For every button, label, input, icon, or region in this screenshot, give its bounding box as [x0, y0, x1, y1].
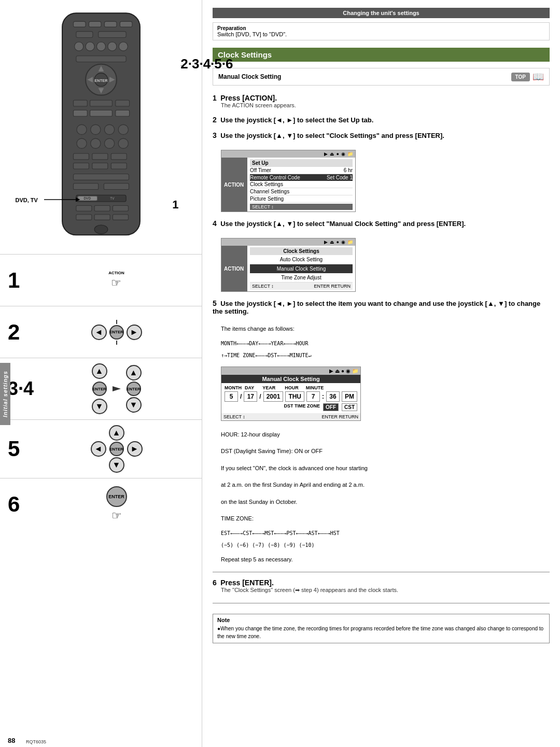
mcs-enter-return: ENTER RETURN — [321, 414, 358, 419]
mcs-col-headers: MONTH DAY YEAR HOUR MINUTE — [225, 385, 357, 390]
svg-rect-1 — [73, 21, 86, 27]
step-6-num: 6 — [8, 492, 39, 517]
mcs-day-hdr: DAY — [245, 385, 254, 390]
step-1-number: 1 — [213, 94, 217, 102]
screen2-topbar: ▶⏏●◉📁 — [221, 238, 355, 246]
up-arrow-3-icon: ▲ — [109, 425, 124, 441]
repeat-note: Repeat step 5 as necessary. — [221, 555, 550, 564]
note-box: Note ●When you change the time zone, the… — [213, 614, 550, 643]
mcs-dst-tz-row: DST TIME ZONE OFF CST — [225, 403, 357, 411]
svg-rect-41 — [73, 184, 98, 190]
screen1-header-row: Set Up — [250, 159, 353, 167]
enter-center-2-icon: ENTER — [92, 382, 107, 396]
hand-enter-icon: ☞ — [111, 509, 122, 523]
svg-rect-36 — [111, 153, 127, 160]
svg-point-7 — [74, 42, 83, 51]
book-icon: 📖 — [533, 71, 544, 82]
svg-text:TV: TV — [110, 196, 115, 200]
tz-row1: EST←——→CST←——→MST←——→PST←——→AST←——→HST — [221, 530, 550, 536]
screen2-row1-label: Manual Clock Setting — [277, 266, 326, 272]
section-header: Changing the unit's settings — [213, 8, 550, 18]
mcs-year-hdr: YEAR — [262, 385, 275, 390]
screen1-row3-label: Channel Settings — [250, 189, 289, 194]
svg-rect-24 — [90, 110, 112, 117]
screen1-action-label: ACTION — [221, 158, 247, 212]
svg-point-32 — [104, 138, 114, 148]
step-4-number: 4 — [213, 219, 217, 228]
left-arrow-2-icon: ◄ — [91, 441, 106, 457]
step-row-5: 5 ◄ ▲ ENTER ▼ ► — [0, 419, 202, 478]
screen2-row-1: Manual Clock Setting — [250, 264, 353, 273]
svg-point-30 — [76, 138, 86, 148]
screen1-row2-label: Clock Settings — [250, 181, 283, 187]
step-3-text: Use the joystick [▲, ▼] to select "Clock… — [220, 132, 444, 139]
prep-text: Switch [DVD, TV] to "DVD". — [217, 31, 545, 37]
screen2-enter-return: ENTER RETURN — [314, 284, 351, 289]
step-3-number: 3 — [213, 131, 217, 139]
svg-rect-34 — [73, 153, 89, 160]
screen1-row-1: Remote Control Code Set Code 1 — [250, 174, 353, 181]
arrow-right-icon — [111, 384, 122, 394]
top-badge: TOP 📖 — [511, 71, 544, 82]
mcs-dst-tz-label: DST TIME ZONE — [284, 403, 320, 411]
mcs-topbar: ▶⏏●◉📁 — [221, 367, 360, 375]
step-3-instruction: 3 Use the joystick [▲, ▼] to select "Clo… — [213, 131, 550, 139]
right-arrow-2-icon: ► — [127, 441, 143, 457]
top-button: TOP — [511, 73, 530, 81]
screen1-content: ACTION Set Up Off Timer 6 hr Remote Cont… — [221, 158, 355, 212]
step-2-icon: ◄ ENTER ► — [39, 320, 194, 345]
mcs-dst-val: OFF — [323, 403, 339, 411]
screen1-mockup: ▶⏏●◉📁 ACTION Set Up Off Timer 6 hr Remot… — [221, 150, 356, 212]
screen2-mockup: ▶⏏●◉📁 ACTION Clock Settings Auto Clock S… — [221, 238, 356, 292]
svg-rect-4 — [120, 21, 132, 27]
svg-rect-21 — [90, 100, 112, 106]
step-5-instruction: 5 Use the joystick [◄, ►] to select the … — [213, 299, 550, 315]
hand-press-icon: ☞ — [111, 276, 121, 290]
screen2-title: Clock Settings — [283, 248, 319, 254]
enter-center-icon: ENTER — [109, 325, 124, 340]
down-arrow-3-icon: ▼ — [109, 457, 124, 473]
step-34-icon: ▲ ENTER ▼ ▲ ENTER ▼ — [39, 363, 194, 414]
clock-settings-header: Clock Settings — [213, 48, 550, 62]
screen1-row1-label: Remote Control Code — [250, 175, 300, 180]
step-2-number: 2 — [213, 116, 217, 124]
manual-clock-row: Manual Clock Setting TOP 📖 — [213, 68, 550, 86]
enter-center-3-icon: ENTER — [127, 382, 141, 396]
svg-rect-38 — [92, 163, 107, 169]
svg-text:ENTER: ENTER — [94, 78, 108, 83]
svg-rect-20 — [73, 100, 87, 106]
svg-point-27 — [90, 124, 100, 134]
svg-rect-39 — [111, 163, 127, 169]
step-label-23456: 2·3·4·5·6 — [180, 56, 233, 72]
step-1-text: Press [ACTION]. — [220, 94, 277, 102]
left-arrow-icon: ◄ — [91, 325, 107, 340]
step-6-number: 6 — [213, 579, 217, 587]
sidebar-label: Initial settings — [0, 363, 10, 425]
divider-before-step6 — [213, 572, 550, 572]
step-row-2: 2 ◄ ENTER ► — [0, 306, 202, 358]
svg-rect-12 — [76, 56, 125, 62]
svg-rect-40 — [73, 174, 129, 180]
mcs-screen: ▶⏏●◉📁 Manual Clock Setting MONTH DAY YEA… — [221, 367, 361, 421]
screen1-row-3: Channel Settings — [250, 188, 353, 195]
mcs-tz-val: CST — [342, 403, 357, 411]
step-5-num: 5 — [8, 436, 39, 461]
dst-detail2: at 2 a.m. on the first Sunday in April a… — [221, 481, 550, 489]
dst-detail3: on the last Sunday in October. — [221, 498, 550, 506]
enter-center-4-icon: ENTER — [109, 442, 124, 456]
screen1-row0-val: 6 hr — [344, 167, 353, 173]
mcs-year-val: 2001 — [263, 391, 284, 402]
step-1-icon: ACTION ☞ — [39, 271, 194, 290]
mcs-sep1: / — [240, 393, 242, 400]
screen2-row0-label: Auto Clock Setting — [280, 257, 323, 262]
step-6-text: Press [ENTER]. — [220, 579, 274, 587]
screen1-row1-val: Set Code 1 — [327, 175, 353, 180]
dst-detail1: If you select "ON", the clock is advance… — [221, 464, 550, 473]
step-sections: 1 ACTION ☞ 2 ◄ ENTER ► — [0, 254, 202, 530]
svg-rect-51 — [94, 215, 110, 220]
screen2-row-2: Time Zone Adjust — [250, 273, 353, 283]
tz-row2: (−5) (−6) (−7) (−8) (−9) (−10) — [221, 542, 550, 548]
step-6-icon: ENTER ☞ — [39, 486, 194, 523]
step-34-num: 3·4 — [8, 378, 39, 400]
mcs-hour-val: 7 — [306, 391, 320, 402]
